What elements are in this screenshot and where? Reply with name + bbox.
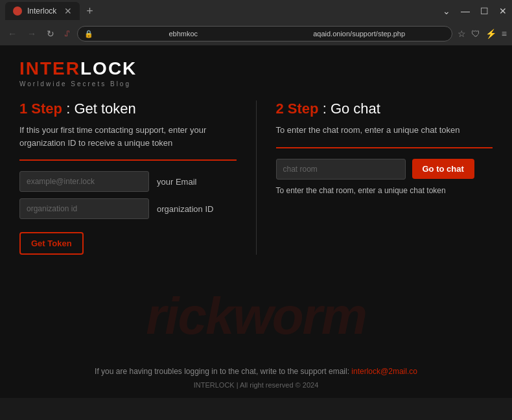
footer: If you are having troubles logging in to… <box>0 358 512 398</box>
step1-title: 1 Step : Get token <box>19 100 237 117</box>
forward-button[interactable]: → <box>25 27 39 40</box>
main-content: INTERLOCK Worldwide Secrets Blog 1 Step … <box>0 45 512 268</box>
maximize-button[interactable]: ☐ <box>480 6 489 16</box>
org-label: organization ID <box>157 204 213 214</box>
address-bar[interactable]: 🔒 ebhmkoc aqaid.onion/support/step.php <box>77 26 452 41</box>
step2-colon: : <box>319 100 331 117</box>
star-icon[interactable]: ☆ <box>458 29 466 39</box>
email-label: your Email <box>157 177 196 187</box>
reload-button[interactable]: ↻ <box>44 27 57 40</box>
email-form-row: your Email <box>19 171 237 192</box>
address-url: aqaid.onion/support/step.php <box>273 30 445 38</box>
support-line: If you are having troubles logging in to… <box>13 367 499 376</box>
logo-inter: INTER <box>19 58 80 78</box>
step2-title: 2 Step : Go chat <box>276 100 493 117</box>
tab-favicon <box>13 6 22 16</box>
browser-tab[interactable]: Interlock ✕ <box>5 2 80 20</box>
step2-column: 2 Step : Go chat To enter the chat room,… <box>257 100 493 255</box>
step2-title-rest: Go chat <box>331 100 380 117</box>
page-content: rickworm INTERLOCK Worldwide Secrets Blo… <box>0 45 512 398</box>
chat-hint: To enter the chat room, enter a unique c… <box>276 186 493 195</box>
shield-icon[interactable]: 🛡 <box>471 29 480 39</box>
lock-icon: 🔒 <box>84 30 93 38</box>
step2-description: To enter the chat room, enter a unique c… <box>276 124 493 137</box>
get-token-button[interactable]: Get Token <box>19 232 84 255</box>
close-window-button[interactable]: ✕ <box>499 6 507 16</box>
step1-column: 1 Step : Get token If this your first ti… <box>19 100 257 255</box>
logo-subtitle: Worldwide Secrets Blog <box>19 80 493 88</box>
support-text: If you are having troubles logging in to… <box>95 367 349 376</box>
logo-area: INTERLOCK Worldwide Secrets Blog <box>19 58 493 88</box>
step1-title-rest: Get token <box>74 100 135 117</box>
step1-divider <box>19 159 237 161</box>
step2-divider <box>276 147 493 148</box>
step1-num: 1 Step <box>19 100 62 117</box>
nav-actions: ☆ 🛡 ⚡ ≡ <box>458 29 507 39</box>
back-button[interactable]: ← <box>5 27 19 40</box>
extensions-icon[interactable]: ⚡ <box>485 29 496 39</box>
title-bar: Interlock ✕ + ⌄ — ☐ ✕ <box>0 0 512 22</box>
tab-title: Interlock <box>27 6 56 16</box>
watermark: rickworm <box>0 286 512 346</box>
support-email[interactable]: interlock@2mail.co <box>351 367 417 376</box>
window-controls: ⌄ — ☐ ✕ <box>443 6 507 16</box>
step2-num: 2 Step <box>276 100 319 117</box>
email-input[interactable] <box>19 171 149 192</box>
address-left: ebhmkoc <box>97 30 269 38</box>
new-tab-button[interactable]: + <box>82 5 97 18</box>
logo: INTERLOCK <box>19 58 493 79</box>
menu-icon[interactable]: ≡ <box>502 29 507 39</box>
two-col-layout: 1 Step : Get token If this your first ti… <box>19 100 493 255</box>
ublock-icon[interactable]: ⑀ <box>62 28 72 40</box>
minimize-button[interactable]: — <box>461 6 470 16</box>
nav-bar: ← → ↻ ⑀ 🔒 ebhmkoc aqaid.onion/support/st… <box>0 22 512 45</box>
browser-chrome: Interlock ✕ + ⌄ — ☐ ✕ ← → ↻ ⑀ 🔒 ebhmkoc … <box>0 0 512 45</box>
go-to-chat-button[interactable]: Go to chat <box>412 159 474 179</box>
step1-colon: : <box>62 100 74 117</box>
chat-form-row: Go to chat <box>276 159 493 180</box>
org-form-row: organization ID <box>19 198 237 219</box>
chevron-down-icon[interactable]: ⌄ <box>443 6 450 16</box>
logo-lock: LOCK <box>80 58 137 78</box>
org-input[interactable] <box>19 198 149 219</box>
step1-description: If this your first time contacting suppo… <box>19 124 237 149</box>
tab-close-button[interactable]: ✕ <box>64 6 72 16</box>
chat-room-input[interactable] <box>276 159 406 180</box>
copyright: INTERLOCK | All right reserved © 2024 <box>13 381 499 389</box>
